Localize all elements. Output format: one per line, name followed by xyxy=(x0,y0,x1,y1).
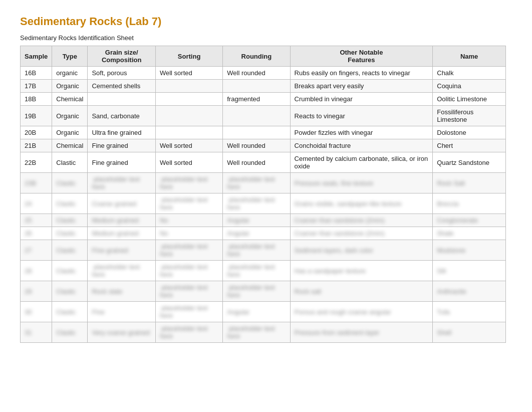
cell-sorting: Well sorted xyxy=(155,67,222,80)
cell-sorting: placeholder text here xyxy=(155,193,222,214)
cell-sorting: No xyxy=(155,214,222,227)
cell-name: Rock Salt xyxy=(433,173,506,193)
cell-grain: Fine grained xyxy=(88,240,156,261)
table-row: 27ClasticFine grained placeholder text h… xyxy=(21,240,506,261)
col-sorting: Sorting xyxy=(155,46,222,67)
cell-sorting: placeholder text here xyxy=(155,240,222,261)
cell-sample: 23B xyxy=(21,173,52,193)
table-row: 30ClasticFine placeholder text hereAngul… xyxy=(21,302,506,322)
sheet-subtitle: Sedimentary Rocks Identification Sheet xyxy=(20,34,512,42)
col-type: Type xyxy=(52,46,88,67)
cell-rounding: placeholder text here xyxy=(223,281,290,302)
cell-type: Clastic xyxy=(52,322,88,343)
cell-sample: 19B xyxy=(21,106,52,126)
table-row: 20BOrganicUltra fine grainedPowder fizzl… xyxy=(21,126,506,139)
page-title: Sedimentary Rocks (Lab 7) xyxy=(20,15,512,28)
cell-name: Mudstone xyxy=(433,240,506,261)
cell-rounding: Well rounded xyxy=(223,152,290,173)
cell-type: organic xyxy=(52,67,88,80)
cell-features: Cemented by calcium carbonate, silica, o… xyxy=(290,152,433,173)
cell-features: Pressure seals, fine texture xyxy=(290,173,433,193)
cell-grain: Fine xyxy=(88,302,156,322)
cell-name: Coquina xyxy=(433,80,506,93)
col-name: Name xyxy=(433,46,506,67)
cell-rounding: Angular xyxy=(223,214,290,227)
cell-type: Clastic xyxy=(52,152,88,173)
cell-sample: 25 xyxy=(21,214,52,227)
cell-sample: 16B xyxy=(21,67,52,80)
cell-features: Reacts to vinegar xyxy=(290,106,433,126)
cell-rounding xyxy=(223,106,290,126)
cell-name: Silt xyxy=(433,261,506,281)
table-row: 21BChemicalFine grainedWell sortedWell r… xyxy=(21,139,506,152)
table-row: 28Clastic placeholder text here placehol… xyxy=(21,261,506,281)
cell-sample: 18B xyxy=(21,93,52,106)
cell-features: Crumbled in vinegar xyxy=(290,93,433,106)
cell-type: Clastic xyxy=(52,227,88,240)
cell-grain: placeholder text here xyxy=(88,261,156,281)
table-row: 16BorganicSoft, porousWell sortedWell ro… xyxy=(21,67,506,80)
cell-grain: Cemented shells xyxy=(88,80,156,93)
table-row: 17BOrganicCemented shellsBreaks apart ve… xyxy=(21,80,506,93)
table-row: 24ClasticCoarse grained placeholder text… xyxy=(21,193,506,214)
cell-sorting: placeholder text here xyxy=(155,302,222,322)
cell-sorting: placeholder text here xyxy=(155,261,222,281)
cell-rounding xyxy=(223,126,290,139)
cell-name: Tufa xyxy=(433,302,506,322)
cell-sample: 22B xyxy=(21,152,52,173)
cell-rounding: placeholder text here xyxy=(223,322,290,343)
cell-sorting: placeholder text here xyxy=(155,322,222,343)
cell-type: Chemical xyxy=(52,139,88,152)
cell-grain: placeholder text here xyxy=(88,173,156,193)
cell-grain: Medium grained xyxy=(88,214,156,227)
cell-name: Shell xyxy=(433,322,506,343)
cell-type: Organic xyxy=(52,80,88,93)
cell-type: Clastic xyxy=(52,214,88,227)
cell-features: Pressure from sediment layer xyxy=(290,322,433,343)
table-row: 29ClasticRock slate placeholder text her… xyxy=(21,281,506,302)
cell-sorting xyxy=(155,126,222,139)
cell-sorting: placeholder text here xyxy=(155,281,222,302)
cell-rounding: Well rounded xyxy=(223,67,290,80)
cell-rounding xyxy=(223,80,290,93)
cell-type: Organic xyxy=(52,106,88,126)
col-rounding: Rounding xyxy=(223,46,290,67)
cell-grain: Fine grained xyxy=(88,152,156,173)
cell-sorting: No xyxy=(155,227,222,240)
cell-name: Anthracite xyxy=(433,281,506,302)
cell-grain: Rock slate xyxy=(88,281,156,302)
table-row: 26ClasticMedium grainedNoAngularCoarser … xyxy=(21,227,506,240)
cell-grain: Medium grained xyxy=(88,227,156,240)
cell-type: Chemical xyxy=(52,93,88,106)
cell-rounding: fragmented xyxy=(223,93,290,106)
cell-sample: 24 xyxy=(21,193,52,214)
cell-grain: Sand, carbonate xyxy=(88,106,156,126)
cell-name: Fossiliferous Limestone xyxy=(433,106,506,126)
cell-grain: Soft, porous xyxy=(88,67,156,80)
cell-grain: Ultra fine grained xyxy=(88,126,156,139)
cell-name: Chert xyxy=(433,139,506,152)
cell-sorting: placeholder text here xyxy=(155,173,222,193)
cell-features: Conchoidal fracture xyxy=(290,139,433,152)
cell-type: Clastic xyxy=(52,240,88,261)
cell-name: Quartz Sandstone xyxy=(433,152,506,173)
cell-features: Powder fizzles with vinegar xyxy=(290,126,433,139)
col-features: Other NotableFeatures xyxy=(290,46,433,67)
cell-rounding: Angular xyxy=(223,302,290,322)
cell-sample: 26 xyxy=(21,227,52,240)
cell-features: Coarser than sandstone (2mm) xyxy=(290,227,433,240)
cell-grain: Coarse grained xyxy=(88,193,156,214)
cell-features: Sediment layers, dark color xyxy=(290,240,433,261)
cell-sample: 28 xyxy=(21,261,52,281)
cell-features: Grains visible, sandpaper-like texture xyxy=(290,193,433,214)
cell-features: Has a sandpaper texture xyxy=(290,261,433,281)
cell-features: Rubs easily on fingers, reacts to vinega… xyxy=(290,67,433,80)
cell-sample: 31 xyxy=(21,322,52,343)
cell-type: Clastic xyxy=(52,261,88,281)
cell-sorting xyxy=(155,93,222,106)
cell-sample: 27 xyxy=(21,240,52,261)
cell-grain: Fine grained xyxy=(88,139,156,152)
cell-features: Rock salt xyxy=(290,281,433,302)
cell-sorting: Well sorted xyxy=(155,139,222,152)
cell-sample: 20B xyxy=(21,126,52,139)
